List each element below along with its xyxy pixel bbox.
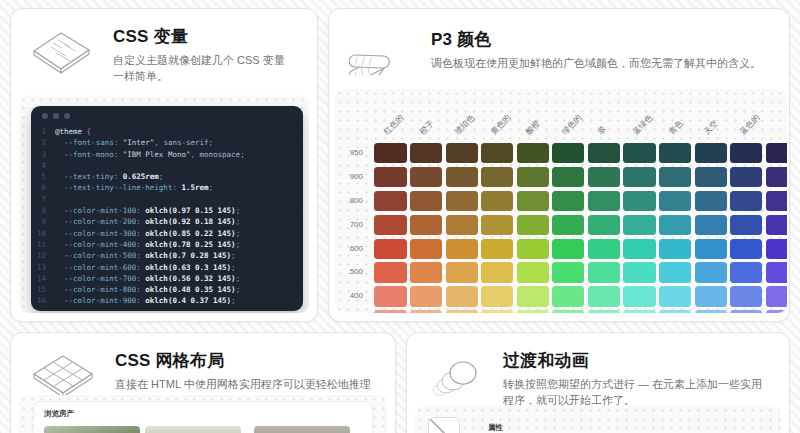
palette-swatch bbox=[695, 167, 727, 187]
palette-swatch bbox=[588, 191, 620, 211]
swatch-fan-icon bbox=[349, 25, 411, 75]
list-item-label: 属性 bbox=[488, 423, 503, 433]
palette-swatch bbox=[446, 167, 478, 187]
code-line: 9 --color-mint-200: oklch(0.92 0.18 145)… bbox=[31, 216, 303, 227]
code-line: 5 --text-tiny: 0.625rem; bbox=[31, 171, 303, 182]
palette-swatch bbox=[730, 215, 762, 235]
code-line: 14 --color-mint-700: oklch(0.56 0.32 145… bbox=[31, 273, 303, 284]
code-line: 11 --color-mint-400: oklch(0.78 0.25 145… bbox=[31, 239, 303, 250]
line-number: 13 bbox=[31, 262, 46, 273]
palette-row-label bbox=[343, 310, 371, 313]
palette-swatch bbox=[552, 239, 584, 259]
palette-swatch bbox=[766, 262, 787, 282]
motion-circles-icon bbox=[427, 356, 483, 402]
palette-column-label: 绿色的 bbox=[559, 112, 584, 137]
code-line: 6 --text-tiny--line-height: 1.5rem; bbox=[31, 182, 303, 193]
palette-swatch bbox=[730, 143, 762, 163]
card-header: 过渡和动画 转换按照您期望的方式进行 — 在元素上添加一些实用程序，就可以开始工… bbox=[407, 333, 789, 409]
line-number: 2 bbox=[31, 137, 46, 148]
palette-swatch bbox=[623, 310, 655, 313]
palette-swatch bbox=[374, 191, 406, 211]
property-photo bbox=[145, 426, 241, 433]
palette-row-label: 400 bbox=[343, 286, 371, 306]
palette-swatch bbox=[695, 215, 727, 235]
code-line: 15 --color-mint-800: oklch(0.48 0.35 145… bbox=[31, 284, 303, 295]
card-header: P3 颜色 调色板现在使用更加鲜艳的广色域颜色，而您无需了解其中的含义。 bbox=[329, 9, 789, 75]
palette-swatch bbox=[588, 286, 620, 306]
palette-swatch bbox=[695, 310, 727, 313]
card-header-text: P3 颜色 调色板现在使用更加鲜艳的广色域颜色，而您无需了解其中的含义。 bbox=[431, 28, 761, 72]
photo-grid bbox=[44, 426, 362, 433]
code-line: 4 bbox=[31, 160, 303, 171]
card-transitions: 过渡和动画 转换按照您期望的方式进行 — 在元素上添加一些实用程序，就可以开始工… bbox=[406, 332, 790, 433]
line-number: 14 bbox=[31, 273, 46, 284]
card-header-text: CSS 变量 自定义主题就像创建几个 CSS 变量一样简单。 bbox=[113, 25, 293, 85]
palette-swatch bbox=[623, 143, 655, 163]
palette-swatch bbox=[374, 215, 406, 235]
palette-swatch bbox=[766, 286, 787, 306]
palette-swatch bbox=[517, 215, 549, 235]
palette-swatch bbox=[766, 239, 787, 259]
palette-swatch bbox=[623, 215, 655, 235]
line-number: 6 bbox=[31, 182, 46, 193]
demo-panel: 属性 bbox=[415, 406, 781, 433]
palette-column-label: 橙子 bbox=[417, 118, 436, 137]
palette-swatch bbox=[410, 143, 442, 163]
line-number: 1 bbox=[31, 126, 46, 137]
card-title: 过渡和动画 bbox=[503, 349, 765, 372]
palette-row-label: 700 bbox=[343, 215, 371, 235]
palette-swatch bbox=[552, 143, 584, 163]
line-number: 11 bbox=[31, 239, 46, 250]
card-title: CSS 变量 bbox=[113, 25, 293, 48]
card-css-grid: CSS 网格布局 直接在 HTML 中使用网格实用程序可以更轻松地推理复杂的布局… bbox=[10, 332, 396, 433]
palette-swatch bbox=[410, 215, 442, 235]
palette-row-label: 900 bbox=[343, 167, 371, 187]
palette-swatch bbox=[446, 286, 478, 306]
palette-swatch bbox=[410, 286, 442, 306]
line-number: 3 bbox=[31, 149, 46, 160]
card-description: 调色板现在使用更加鲜艳的广色域颜色，而您无需了解其中的含义。 bbox=[431, 56, 761, 72]
palette-swatch bbox=[588, 262, 620, 282]
code-editor-window: 1@theme {2 --font-sans: "Inter", sans-se… bbox=[31, 106, 303, 311]
code-line: 16 --color-mint-900: oklch(0.4 0.37 145)… bbox=[31, 295, 303, 306]
palette-column-label: 红色的 bbox=[381, 112, 406, 137]
window-control-dot bbox=[42, 113, 48, 119]
demo-panel: 红色的橙子琥珀色黄色的酸橙绿色的翠蓝绿色青色天空蓝色的 950900800700… bbox=[335, 89, 787, 313]
palette-swatch bbox=[552, 262, 584, 282]
line-number: 7 bbox=[31, 194, 46, 205]
line-number: 4 bbox=[31, 160, 46, 171]
card-description: 转换按照您期望的方式进行 — 在元素上添加一些实用程序，就可以开始工作了。 bbox=[503, 377, 765, 409]
palette-swatch bbox=[588, 215, 620, 235]
palette-swatch bbox=[517, 167, 549, 187]
palette-swatch bbox=[410, 239, 442, 259]
palette-column-label: 翠 bbox=[595, 124, 608, 137]
line-number: 10 bbox=[31, 228, 46, 239]
palette-swatch bbox=[588, 143, 620, 163]
code-line: 10 --color-mint-300: oklch(0.85 0.22 145… bbox=[31, 228, 303, 239]
property-photo bbox=[254, 426, 350, 433]
line-number: 8 bbox=[31, 205, 46, 216]
palette-swatch bbox=[659, 286, 691, 306]
palette-swatch bbox=[730, 239, 762, 259]
palette-swatch bbox=[374, 286, 406, 306]
demo-panel: 浏览房产 bbox=[19, 395, 387, 433]
palette-swatch bbox=[695, 191, 727, 211]
palette-swatch bbox=[552, 286, 584, 306]
line-number: 15 bbox=[31, 284, 46, 295]
code-line: 1@theme { bbox=[31, 126, 303, 137]
code-line: 13 --color-mint-600: oklch(0.63 0.3 145)… bbox=[31, 262, 303, 273]
color-palette: 红色的橙子琥珀色黄色的酸橙绿色的翠蓝绿色青色天空蓝色的 950900800700… bbox=[335, 89, 787, 313]
palette-swatch bbox=[730, 167, 762, 187]
palette-swatch bbox=[659, 262, 691, 282]
palette-swatch bbox=[517, 143, 549, 163]
palette-swatch bbox=[517, 239, 549, 259]
palette-swatch bbox=[374, 262, 406, 282]
palette-swatch bbox=[481, 239, 513, 259]
palette-swatch bbox=[588, 239, 620, 259]
palette-swatch bbox=[374, 239, 406, 259]
palette-swatch bbox=[481, 262, 513, 282]
line-number: 12 bbox=[31, 250, 46, 261]
property-listing-window: 浏览房产 bbox=[33, 401, 373, 433]
palette-swatch bbox=[517, 191, 549, 211]
palette-swatch bbox=[517, 310, 549, 313]
